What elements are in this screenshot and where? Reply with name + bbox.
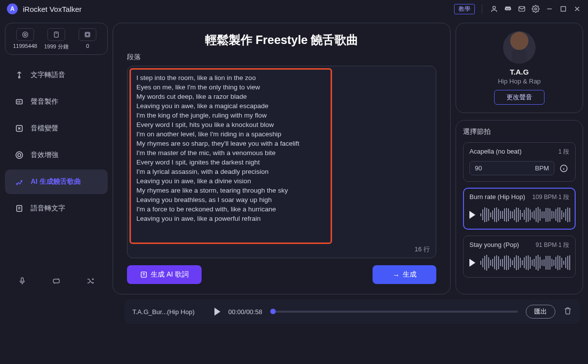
voice-change-icon bbox=[14, 123, 25, 134]
beat-meta: 91 BPM·1 段 bbox=[536, 241, 569, 249]
change-voice-button[interactable]: 更改聲音 bbox=[494, 90, 545, 105]
stats-box: 11995448 1999 分鐘 0 bbox=[5, 23, 108, 55]
avatar bbox=[503, 31, 536, 64]
svg-rect-26 bbox=[21, 278, 23, 282]
nav-label: 音效增強 bbox=[31, 151, 58, 160]
generate-lyrics-button[interactable]: 生成 AI 歌詞 bbox=[127, 265, 202, 284]
trash-icon[interactable] bbox=[563, 306, 572, 317]
svg-point-22 bbox=[21, 180, 22, 181]
play-icon[interactable] bbox=[469, 211, 475, 219]
user-icon[interactable] bbox=[488, 2, 501, 15]
beat-name: Acapella (no beat) bbox=[469, 148, 522, 156]
right-panel: T.A.G Hip Hop & Rap 更改聲音 選擇節拍 Acapella (… bbox=[456, 23, 583, 294]
beat-name: Stay young (Pop) bbox=[469, 241, 519, 249]
nav-enhance[interactable]: 音效增強 bbox=[5, 143, 108, 167]
minutes-icon bbox=[47, 28, 65, 41]
nav-label: 語音轉文字 bbox=[31, 204, 65, 213]
beats-card: 選擇節拍 Acapella (no beat) 1 段 90 BPM Burn … bbox=[456, 120, 583, 294]
svg-rect-4 bbox=[561, 6, 565, 11]
svg-point-21 bbox=[16, 183, 17, 184]
voice-card: T.A.G Hip Hop & Rap 更改聲音 bbox=[456, 23, 583, 113]
sidebar: 11995448 1999 分鐘 0 文字轉語音 聲音製作 bbox=[5, 23, 108, 294]
voice-lab-icon bbox=[14, 96, 25, 107]
svg-point-7 bbox=[22, 32, 28, 38]
title-bar: A iRocket VoxTalker 教學 bbox=[0, 0, 588, 18]
stat-projects[interactable]: 0 bbox=[72, 28, 103, 50]
stat-points[interactable]: 11995448 bbox=[9, 28, 41, 50]
loop-icon[interactable] bbox=[49, 274, 64, 288]
svg-point-2 bbox=[535, 8, 537, 10]
stat-minutes[interactable]: 1999 分鐘 bbox=[41, 28, 72, 50]
export-button[interactable]: 匯出 bbox=[526, 305, 555, 319]
beat-name: Burn rate (Hip Hop) bbox=[469, 193, 525, 202]
voice-genre: Hip Hop & Rap bbox=[464, 78, 575, 85]
settings-icon[interactable] bbox=[529, 2, 542, 15]
lyrics-textarea[interactable]: I step into the room, like a lion in the… bbox=[127, 66, 436, 258]
beats-title: 選擇節拍 bbox=[463, 127, 576, 136]
line-count: 16 行 bbox=[415, 245, 430, 254]
beat-item-stayyoung[interactable]: Stay young (Pop) 91 BPM·1 段 bbox=[463, 236, 576, 278]
bpm-input[interactable]: 90 BPM bbox=[469, 161, 554, 175]
points-icon bbox=[16, 28, 34, 41]
stt-icon bbox=[14, 203, 25, 214]
tts-icon bbox=[14, 70, 25, 81]
app-name: iRocket VoxTalker bbox=[23, 5, 82, 13]
generate-button[interactable]: → 生成 bbox=[373, 265, 436, 284]
nav-voice-lab[interactable]: 聲音製作 bbox=[5, 89, 108, 114]
tutorial-button[interactable]: 教學 bbox=[454, 4, 475, 14]
svg-rect-12 bbox=[86, 33, 89, 36]
voice-name: T.A.G bbox=[464, 68, 575, 76]
svg-rect-27 bbox=[53, 279, 59, 283]
beat-meta: 109 BPM·1 段 bbox=[532, 193, 569, 202]
svg-point-19 bbox=[16, 152, 23, 159]
enhance-icon bbox=[14, 150, 25, 161]
rap-icon bbox=[14, 176, 25, 187]
center-panel: 輕鬆製作 Freestyle 饒舌歌曲 段落 I step into the r… bbox=[113, 23, 451, 294]
section-label: 段落 bbox=[127, 53, 436, 62]
svg-point-0 bbox=[493, 6, 495, 9]
svg-rect-9 bbox=[54, 32, 58, 38]
shuffle-icon[interactable] bbox=[83, 274, 98, 288]
svg-point-20 bbox=[18, 154, 21, 157]
waveform bbox=[480, 254, 570, 271]
nav-label: 音檔變聲 bbox=[31, 124, 58, 133]
player-bar: T.A.G_Bur...(Hip Hop) 00:00/00:58 匯出 bbox=[125, 299, 580, 324]
play-icon[interactable] bbox=[469, 259, 475, 267]
nav-voice-change[interactable]: 音檔變聲 bbox=[5, 116, 108, 141]
minimize-icon[interactable] bbox=[543, 2, 556, 15]
play-button[interactable] bbox=[214, 308, 220, 316]
close-icon[interactable] bbox=[571, 2, 584, 15]
lyrics-content: I step into the room, like a lion in the… bbox=[127, 66, 436, 226]
track-name: T.A.G_Bur...(Hip Hop) bbox=[132, 308, 207, 316]
nav-label: 聲音製作 bbox=[31, 97, 58, 106]
svg-point-8 bbox=[24, 34, 26, 36]
info-icon[interactable] bbox=[558, 163, 569, 174]
arrow-right-icon: → bbox=[392, 271, 400, 279]
discord-icon[interactable] bbox=[502, 2, 514, 15]
nav-tts[interactable]: 文字轉語音 bbox=[5, 63, 108, 87]
beat-item-burnrate[interactable]: Burn rate (Hip Hop) 109 BPM·1 段 bbox=[463, 188, 576, 230]
beat-item-acapella[interactable]: Acapella (no beat) 1 段 90 BPM bbox=[463, 142, 576, 182]
page-title: 輕鬆製作 Freestyle 饒舌歌曲 bbox=[127, 32, 436, 48]
mail-icon[interactable] bbox=[515, 2, 528, 15]
maximize-icon[interactable] bbox=[557, 2, 570, 15]
projects-icon bbox=[79, 28, 96, 41]
svg-point-13 bbox=[19, 77, 20, 78]
mic-icon[interactable] bbox=[15, 274, 30, 288]
waveform bbox=[480, 206, 570, 223]
nav-rap[interactable]: AI 生成饒舌歌曲 bbox=[5, 169, 108, 194]
app-logo-icon: A bbox=[7, 3, 18, 14]
nav-stt[interactable]: 語音轉文字 bbox=[5, 196, 108, 221]
progress-bar[interactable] bbox=[270, 311, 518, 313]
nav-label: 文字轉語音 bbox=[31, 71, 65, 80]
nav-label: AI 生成饒舌歌曲 bbox=[31, 177, 81, 186]
beat-meta: 1 段 bbox=[558, 148, 569, 156]
time-display: 00:00/00:58 bbox=[228, 308, 262, 316]
ai-icon bbox=[140, 271, 148, 279]
